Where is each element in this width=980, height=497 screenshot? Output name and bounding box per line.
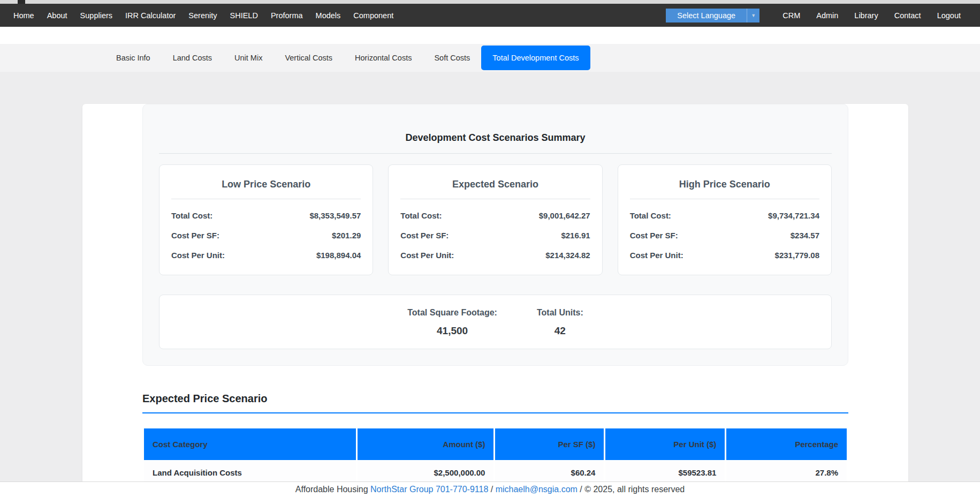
nav-item-contact[interactable]: Contact xyxy=(886,11,929,20)
header-spacer xyxy=(0,27,980,44)
heading-underline xyxy=(142,412,848,413)
high-price-scenario-card: High Price Scenario Total Cost: $9,734,7… xyxy=(618,164,832,275)
language-selector[interactable]: Select Language ▼ xyxy=(666,9,759,22)
project-totals-card: Total Square Footage: 41,500 Total Units… xyxy=(159,295,832,349)
summary-divider xyxy=(159,153,832,154)
stat-value: $201.29 xyxy=(332,231,361,240)
window-corner-notch xyxy=(18,0,25,4)
total-value: 41,500 xyxy=(407,325,497,337)
stat-label: Cost Per Unit: xyxy=(400,251,454,260)
footer-copyright: / © 2025, all rights reserved xyxy=(578,485,685,494)
language-selector-label: Select Language xyxy=(666,11,747,20)
navbar-left-links: Home About Suppliers IRR Calculator Sere… xyxy=(7,11,400,20)
scenario-card-divider xyxy=(171,199,361,199)
cost-per-sf-row: Cost Per SF: $201.29 xyxy=(171,231,361,240)
table-row: Land Acquisition Costs $2,500,000.00 $60… xyxy=(144,461,847,484)
total-value: 42 xyxy=(537,325,583,337)
tab-unit-mix[interactable]: Unit Mix xyxy=(223,46,274,70)
cell-per-sf: $60.24 xyxy=(495,461,604,484)
scenario-card-title: Expected Scenario xyxy=(400,179,590,190)
cost-per-unit-row: Cost Per Unit: $214,324.82 xyxy=(400,251,590,260)
table-header-row: Cost Category Amount ($) Per SF ($) Per … xyxy=(144,428,847,460)
cell-percentage: 27.8% xyxy=(726,461,847,484)
table-header: Cost Category Amount ($) Per SF ($) Per … xyxy=(144,428,847,460)
footer-email-link[interactable]: michaelh@nsgia.com xyxy=(496,485,578,494)
total-units: Total Units: 42 xyxy=(537,308,583,337)
nav-item-logout[interactable]: Logout xyxy=(929,11,969,20)
scenario-card-divider xyxy=(400,199,590,199)
cell-cost-category: Land Acquisition Costs xyxy=(144,461,356,484)
stat-value: $9,734,721.34 xyxy=(768,211,819,220)
footer-separator: / xyxy=(488,485,495,494)
nav-item-serenity[interactable]: Serenity xyxy=(182,11,223,20)
main-navbar: Home About Suppliers IRR Calculator Sere… xyxy=(0,4,980,27)
cell-amount: $2,500,000.00 xyxy=(358,461,494,484)
total-cost-row: Total Cost: $9,734,721.34 xyxy=(630,211,819,220)
stat-label: Cost Per SF: xyxy=(400,231,449,240)
stat-value: $8,353,549.57 xyxy=(309,211,361,220)
total-label: Total Square Footage: xyxy=(407,308,497,318)
expected-scenario-card: Expected Scenario Total Cost: $9,001,642… xyxy=(388,164,602,275)
stat-value: $9,001,642.27 xyxy=(539,211,590,220)
nav-item-suppliers[interactable]: Suppliers xyxy=(74,11,119,20)
cost-per-sf-row: Cost Per SF: $216.91 xyxy=(400,231,590,240)
tab-total-development-costs[interactable]: Total Development Costs xyxy=(481,46,590,70)
footer-text-prefix: Affordable Housing xyxy=(295,485,370,494)
nav-item-proforma[interactable]: Proforma xyxy=(264,11,309,20)
nav-item-irr-calculator[interactable]: IRR Calculator xyxy=(119,11,182,20)
nav-item-shield[interactable]: SHIELD xyxy=(224,11,264,20)
column-header-percentage[interactable]: Percentage xyxy=(726,428,847,460)
stat-label: Cost Per Unit: xyxy=(171,251,225,260)
nav-item-admin[interactable]: Admin xyxy=(808,11,846,20)
tab-vertical-costs[interactable]: Vertical Costs xyxy=(274,46,344,70)
scenario-card-title: Low Price Scenario xyxy=(171,179,361,190)
stat-value: $216.91 xyxy=(561,231,590,240)
tab-horizontal-costs[interactable]: Horizontal Costs xyxy=(344,46,423,70)
total-square-footage: Total Square Footage: 41,500 xyxy=(407,308,497,337)
expected-price-scenario-section: Expected Price Scenario Cost Category Am… xyxy=(142,393,848,485)
chevron-down-icon: ▼ xyxy=(747,9,759,22)
scenarios-summary-panel: Development Cost Scenarios Summary Low P… xyxy=(142,104,848,366)
column-header-cost-category[interactable]: Cost Category xyxy=(144,428,356,460)
summary-title: Development Cost Scenarios Summary xyxy=(159,132,832,144)
stat-label: Cost Per SF: xyxy=(171,231,219,240)
stat-value: $234.57 xyxy=(791,231,819,240)
stat-label: Total Cost: xyxy=(630,211,671,220)
footer-phone-link[interactable]: NorthStar Group 701-770-9118 xyxy=(370,485,488,494)
stat-label: Cost Per SF: xyxy=(630,231,678,240)
total-label: Total Units: xyxy=(537,308,583,318)
nav-item-home[interactable]: Home xyxy=(7,11,41,20)
column-header-per-sf[interactable]: Per SF ($) xyxy=(495,428,604,460)
total-cost-row: Total Cost: $8,353,549.57 xyxy=(171,211,361,220)
cost-breakdown-table: Cost Category Amount ($) Per SF ($) Per … xyxy=(142,427,848,485)
section-heading: Expected Price Scenario xyxy=(142,393,848,405)
stat-value: $231,779.08 xyxy=(775,251,819,260)
page-footer: Affordable Housing NorthStar Group 701-7… xyxy=(0,481,980,497)
tab-soft-costs[interactable]: Soft Costs xyxy=(423,46,481,70)
tab-basic-info[interactable]: Basic Info xyxy=(105,46,162,70)
scenario-card-title: High Price Scenario xyxy=(630,179,819,190)
low-price-scenario-card: Low Price Scenario Total Cost: $8,353,54… xyxy=(159,164,373,275)
nav-item-models[interactable]: Models xyxy=(309,11,347,20)
cost-per-sf-row: Cost Per SF: $234.57 xyxy=(630,231,819,240)
stat-label: Total Cost: xyxy=(171,211,212,220)
tab-bar: Basic Info Land Costs Unit Mix Vertical … xyxy=(0,44,980,72)
main-content-card: Development Cost Scenarios Summary Low P… xyxy=(82,104,908,497)
column-header-per-unit[interactable]: Per Unit ($) xyxy=(605,428,725,460)
stat-value: $214,324.82 xyxy=(545,251,590,260)
tab-land-costs[interactable]: Land Costs xyxy=(162,46,223,70)
total-cost-row: Total Cost: $9,001,642.27 xyxy=(400,211,590,220)
navbar-right-links: Select Language ▼ CRM Admin Library Cont… xyxy=(666,9,969,22)
stat-label: Cost Per Unit: xyxy=(630,251,683,260)
nav-item-component[interactable]: Component xyxy=(347,11,400,20)
nav-item-about[interactable]: About xyxy=(41,11,74,20)
cost-per-unit-row: Cost Per Unit: $198,894.04 xyxy=(171,251,361,260)
scenario-cards-row: Low Price Scenario Total Cost: $8,353,54… xyxy=(159,164,832,275)
column-header-amount[interactable]: Amount ($) xyxy=(358,428,494,460)
nav-item-library[interactable]: Library xyxy=(846,11,886,20)
stat-value: $198,894.04 xyxy=(316,251,361,260)
cell-per-unit: $59523.81 xyxy=(605,461,725,484)
window-top-strip xyxy=(0,0,980,4)
nav-item-crm[interactable]: CRM xyxy=(774,11,808,20)
scenario-card-divider xyxy=(630,199,819,199)
